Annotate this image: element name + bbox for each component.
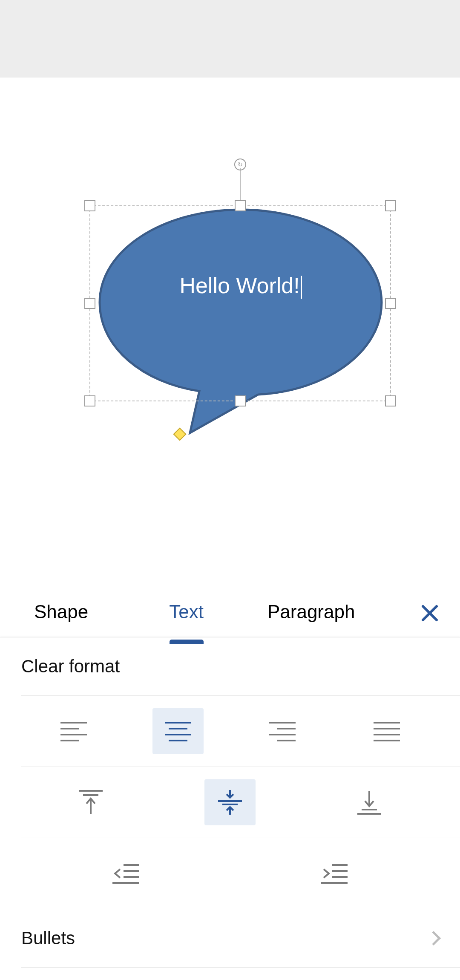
align-right-button[interactable] [230, 708, 334, 755]
align-justify-icon [374, 721, 400, 741]
resize-handle-tr[interactable] [385, 200, 396, 211]
align-right-icon [269, 721, 296, 741]
bullets-row[interactable]: Bullets [21, 909, 460, 968]
indent-decrease-button[interactable] [21, 850, 230, 897]
panel-tabs: Shape Text Paragraph [0, 589, 460, 637]
valign-top-icon [79, 789, 103, 816]
h-align-row [21, 696, 460, 767]
canvas[interactable]: Hello World! ↻ [0, 78, 460, 589]
valign-top-button[interactable] [21, 779, 161, 826]
align-left-button[interactable] [21, 708, 126, 755]
indent-decrease-icon [112, 863, 139, 884]
tab-text[interactable]: Text [169, 601, 204, 625]
rotate-handle[interactable]: ↻ [234, 159, 246, 170]
valign-middle-icon [218, 789, 242, 816]
app-top-bar [0, 0, 460, 78]
indent-increase-button[interactable] [230, 850, 439, 897]
resize-handle-br[interactable] [385, 395, 396, 406]
resize-handle-mr[interactable] [385, 298, 396, 309]
bullets-label: Bullets [21, 928, 75, 948]
tab-paragraph[interactable]: Paragraph [267, 601, 355, 625]
tab-shape[interactable]: Shape [34, 601, 88, 625]
resize-handle-ml[interactable] [84, 298, 95, 309]
rotate-stem [240, 168, 241, 202]
valign-bottom-button[interactable] [299, 779, 439, 826]
resize-handle-bl[interactable] [84, 395, 95, 406]
clear-format-label: Clear format [21, 637, 439, 695]
valign-middle-button[interactable] [161, 779, 300, 826]
indent-increase-icon [321, 863, 348, 884]
selection-bounds: ↻ [89, 205, 391, 401]
align-center-icon [165, 721, 191, 741]
v-align-row [21, 767, 460, 838]
close-panel-button[interactable] [419, 602, 440, 624]
resize-handle-tm[interactable] [235, 200, 246, 211]
chevron-right-icon [426, 931, 441, 945]
align-center-button[interactable] [126, 708, 230, 755]
valign-bottom-icon [357, 789, 381, 816]
close-icon [420, 604, 439, 623]
resize-handle-tl[interactable] [84, 200, 95, 211]
clear-format-row[interactable]: Clear format [21, 637, 460, 696]
align-left-icon [60, 721, 87, 741]
indent-row [21, 838, 460, 909]
format-panel: Shape Text Paragraph Clear format [0, 589, 460, 968]
align-justify-button[interactable] [334, 708, 439, 755]
resize-handle-bm[interactable] [235, 395, 246, 406]
